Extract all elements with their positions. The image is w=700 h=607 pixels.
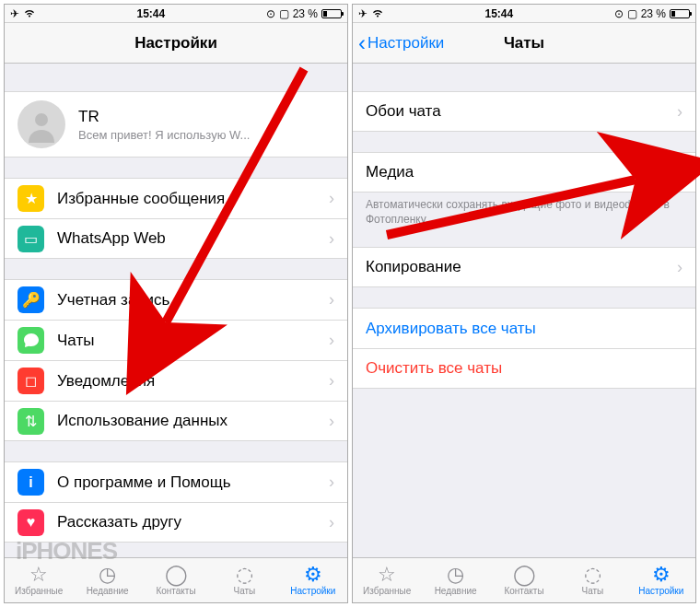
data-icon: ⇅ (18, 408, 44, 435)
chevron-icon: › (677, 102, 682, 122)
data-label: Использование данных (57, 412, 323, 430)
star-icon: ★ (18, 185, 44, 212)
heart-icon: ♥ (18, 509, 44, 536)
battery-percent: 23 % (293, 7, 318, 20)
nav-title: Чаты (504, 34, 544, 53)
tab-label: Чаты (582, 586, 604, 596)
svg-point-0 (35, 113, 48, 126)
tell-label: Рассказать другу (57, 513, 323, 531)
battery-percent: 23 % (641, 7, 666, 20)
chevron-icon: › (329, 331, 334, 350)
media-footer: Автоматически сохранять входящие фото и … (353, 193, 695, 227)
chevron-icon: › (329, 473, 334, 492)
photo-icon: ▢ (279, 7, 289, 20)
media-label: Медиа (366, 163, 636, 181)
tab-contacts[interactable]: ◯ Контакты (490, 558, 558, 602)
tab-contacts[interactable]: ◯ Контакты (142, 558, 210, 602)
tab-label: Контакты (504, 586, 543, 596)
archive-label: Архивировать все чаты (366, 320, 682, 338)
chevron-icon: › (329, 229, 334, 249)
notifications-icon: ◻ (18, 368, 44, 394)
nav-bar: Настройки (5, 23, 347, 64)
chats-settings-content: Обои чата › Медиа Автоматически сохранят… (353, 64, 695, 557)
chevron-icon: › (329, 290, 334, 309)
chats-icon: ◌ (584, 565, 601, 585)
airplane-icon: ✈ (10, 7, 19, 20)
clear-all-row[interactable]: Очистить все чаты (353, 348, 695, 389)
starred-label: Избранные сообщения (57, 190, 323, 208)
tab-label: Чаты (234, 586, 256, 596)
profile-status: Всем привет! Я использую W... (78, 128, 250, 142)
tab-chats[interactable]: ◌ Чаты (558, 558, 626, 602)
backup-row[interactable]: Копирование › (353, 247, 695, 287)
key-icon: 🔑 (18, 286, 44, 313)
watermark: iPHONES (16, 537, 117, 566)
account-row[interactable]: 🔑 Учетная запись › (5, 279, 347, 320)
chevron-icon: › (329, 189, 334, 208)
info-icon: i (18, 469, 44, 496)
about-row[interactable]: i О программе и Помощь › (5, 461, 347, 502)
person-icon: ◯ (165, 565, 188, 585)
avatar-icon (18, 100, 65, 148)
settings-content: TR Всем привет! Я использую W... ★ Избра… (5, 64, 347, 557)
about-label: О программе и Помощь (57, 473, 323, 492)
star-outline-icon: ☆ (378, 565, 396, 585)
person-icon: ◯ (513, 565, 536, 585)
back-label: Настройки (368, 34, 444, 53)
tab-label: Недавние (435, 586, 477, 596)
media-row[interactable]: Медиа (353, 152, 695, 193)
tab-label: Настройки (290, 586, 335, 596)
chats-icon: ◌ (236, 565, 253, 585)
chevron-icon: › (329, 412, 334, 431)
archive-all-row[interactable]: Архивировать все чаты (353, 308, 695, 348)
tab-bar: ☆ Избранные ◷ Недавние ◯ Контакты ◌ Чаты… (353, 557, 695, 602)
backup-label: Копирование (366, 258, 671, 276)
battery-icon (321, 9, 342, 18)
chevron-icon: › (329, 371, 334, 391)
phone-right: ✈ 15:44 ⊙ ▢ 23 % ‹ Настройки Чаты Обои ч… (352, 4, 696, 603)
airplane-icon: ✈ (358, 7, 368, 20)
wifi-icon (371, 7, 384, 20)
status-bar: ✈ 15:44 ⊙ ▢ 23 % (353, 5, 695, 23)
starred-row[interactable]: ★ Избранные сообщения › (5, 178, 347, 218)
wifi-icon (23, 7, 36, 20)
clock-icon: ◷ (99, 565, 116, 585)
tab-settings[interactable]: ⚙ Настройки (279, 558, 347, 602)
tab-favorites[interactable]: ☆ Избранные (353, 558, 421, 602)
gear-icon: ⚙ (652, 565, 671, 585)
lock-icon: ⊙ (266, 7, 275, 20)
tab-settings[interactable]: ⚙ Настройки (627, 558, 695, 602)
photo-icon: ▢ (627, 7, 637, 20)
chats-row[interactable]: Чаты › (5, 320, 347, 360)
chat-icon (18, 327, 44, 354)
wallpaper-row[interactable]: Обои чата › (353, 91, 695, 132)
back-button[interactable]: ‹ Настройки (358, 30, 444, 56)
notifications-label: Уведомления (57, 372, 323, 391)
tab-label: Избранные (363, 586, 411, 596)
chevron-icon: › (329, 513, 334, 532)
clock-icon: ◷ (447, 565, 464, 585)
wallpaper-label: Обои чата (366, 102, 671, 121)
data-usage-row[interactable]: ⇅ Использование данных › (5, 401, 347, 441)
lock-icon: ⊙ (614, 7, 624, 20)
battery-icon (670, 9, 690, 18)
phone-left: ✈ 15:44 ⊙ ▢ 23 % Настройки TR Всем приве… (4, 4, 348, 603)
nav-bar: ‹ Настройки Чаты (353, 23, 695, 64)
gear-icon: ⚙ (304, 565, 322, 585)
whatsapp-web-row[interactable]: ▭ WhatsApp Web › (5, 218, 347, 259)
tab-chats[interactable]: ◌ Чаты (210, 558, 278, 602)
profile-row[interactable]: TR Всем привет! Я использую W... (5, 91, 347, 158)
tab-label: Контакты (156, 586, 195, 596)
web-label: WhatsApp Web (57, 229, 323, 248)
chevron-left-icon: ‹ (358, 30, 366, 56)
star-outline-icon: ☆ (29, 565, 48, 585)
status-time: 15:44 (136, 7, 165, 20)
tab-recents[interactable]: ◷ Недавние (421, 558, 489, 602)
nav-title: Настройки (134, 34, 217, 53)
media-toggle[interactable] (636, 158, 682, 187)
chats-label: Чаты (57, 332, 323, 350)
clear-label: Очистить все чаты (366, 359, 682, 378)
notifications-row[interactable]: ◻ Уведомления › (5, 360, 347, 401)
status-bar: ✈ 15:44 ⊙ ▢ 23 % (5, 5, 347, 23)
chevron-icon: › (677, 258, 682, 277)
